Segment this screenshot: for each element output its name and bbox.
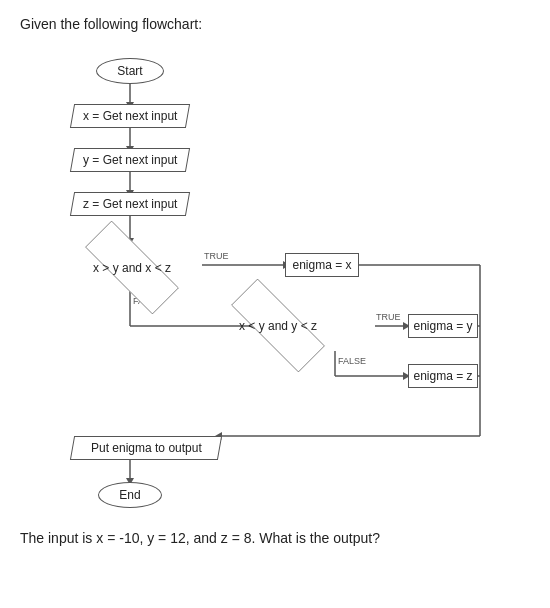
enigma-z-shape: enigma = z <box>408 364 478 388</box>
z-input-shape: z = Get next input <box>70 192 190 216</box>
heading: Given the following flowchart: <box>20 16 530 32</box>
svg-text:TRUE: TRUE <box>204 251 229 261</box>
cond1-shape: x > y and x < z <box>58 240 206 295</box>
x-input-shape: x = Get next input <box>70 104 190 128</box>
start-shape: Start <box>96 58 164 84</box>
cond2-shape: x < y and y < z <box>204 298 352 353</box>
svg-text:TRUE: TRUE <box>376 312 401 322</box>
flowchart: TRUE FALSE TRUE FALSE Start <box>20 46 530 516</box>
y-input-shape: y = Get next input <box>70 148 190 172</box>
question: The input is x = -10, y = 12, and z = 8.… <box>20 528 530 549</box>
svg-text:FALSE: FALSE <box>338 356 366 366</box>
output-shape: Put enigma to output <box>70 436 222 460</box>
enigma-y-shape: enigma = y <box>408 314 478 338</box>
enigma-x-shape: enigma = x <box>285 253 359 277</box>
end-shape: End <box>98 482 162 508</box>
